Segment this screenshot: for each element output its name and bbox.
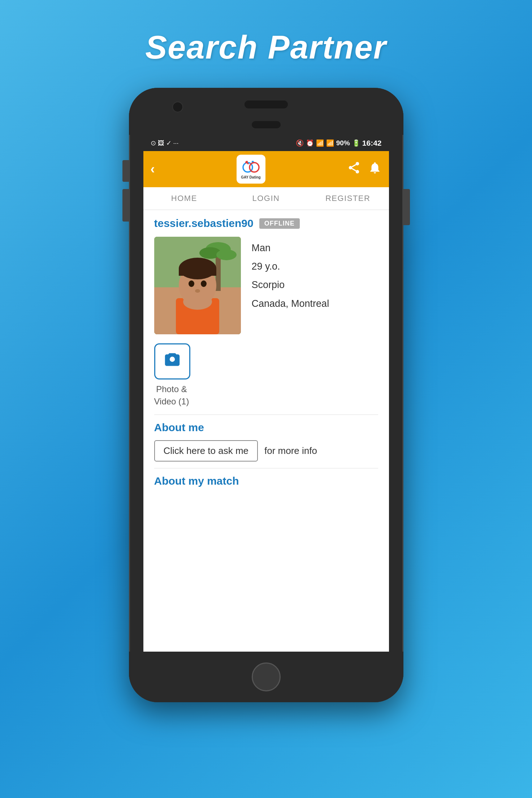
battery-level: 90% [336,139,350,147]
svg-point-26 [183,294,212,310]
person-portrait [154,237,241,334]
logo-svg [241,159,261,175]
profile-zodiac: Scorpio [252,277,329,293]
status-notification-icons: ⊙ 🖼 ✓ ··· [151,139,179,147]
profile-photo [154,237,241,334]
svg-point-4 [250,163,259,172]
svg-point-25 [195,289,200,293]
profile-username-row: tessier.sebastien90 OFFLINE [154,217,378,229]
divider-1 [154,415,378,415]
status-left-icons: ⊙ 🖼 ✓ ··· [151,139,179,147]
profile-gender: Man [252,240,329,256]
battery-icon: 🔋 [352,139,360,147]
earpiece-speaker [245,100,288,108]
svg-rect-22 [179,269,216,276]
profile-photo-img [154,237,241,334]
phone-screen: ⊙ 🖼 ✓ ··· 🔇 ⏰ 📶 📶 90% 🔋 16:42 ‹ [143,135,389,652]
media-section: Photo &Video (1) [154,343,378,407]
profile-info: Man 29 y.o. Scorpio Canada, Montreal [252,237,329,334]
app-header: ‹ GAY Dating [143,151,389,187]
svg-point-9 [349,166,352,170]
wifi-icon: 📶 [316,139,324,147]
power-button[interactable] [403,189,410,225]
camera-icon [163,349,182,373]
front-camera [172,102,183,112]
side-button-right [403,189,410,225]
clock: 16:42 [362,139,382,147]
profile-username: tessier.sebastien90 [154,217,254,229]
share-icon[interactable] [347,161,361,178]
profile-content: tessier.sebastien90 OFFLINE [143,210,389,652]
divider-2 [154,468,378,468]
media-label: Photo &Video (1) [154,383,189,407]
offline-badge: OFFLINE [259,218,300,229]
svg-point-24 [201,280,207,287]
logo-text: GAY Dating [241,175,260,179]
ask-me-suffix: for more info [264,445,317,456]
status-bar: ⊙ 🖼 ✓ ··· 🔇 ⏰ 📶 📶 90% 🔋 16:42 [143,135,389,151]
phone-top-bezel [129,88,403,135]
svg-point-23 [189,280,194,287]
signal-icon: 📶 [326,139,334,147]
about-match-title: About my match [154,475,378,487]
svg-point-18 [216,249,237,260]
svg-point-8 [355,162,359,166]
page-title: Search Partner [145,29,386,66]
volume-up-button[interactable] [122,160,129,182]
app-logo: GAY Dating [237,155,265,184]
svg-point-10 [355,170,359,173]
profile-age: 29 y.o. [252,259,329,274]
ask-me-row: Click here to ask me for more info [154,440,378,462]
status-right-info: 🔇 ⏰ 📶 📶 90% 🔋 16:42 [296,139,382,147]
phone-notch [252,121,281,128]
side-buttons-left [122,160,129,222]
ask-me-button[interactable]: Click here to ask me [154,440,258,462]
tab-home[interactable]: HOME [143,187,225,210]
alarm-icon: ⏰ [306,139,314,147]
tab-login[interactable]: LOGIN [225,187,307,210]
header-action-icons [347,161,382,178]
back-button[interactable]: ‹ [151,162,155,177]
about-match-section: About my match [154,475,378,487]
profile-location: Canada, Montreal [252,296,329,312]
phone-shell: ⊙ 🖼 ✓ ··· 🔇 ⏰ 📶 📶 90% 🔋 16:42 ‹ [129,88,403,702]
profile-main: Man 29 y.o. Scorpio Canada, Montreal [154,237,378,334]
svg-line-11 [352,168,356,171]
nav-tabs: HOME LOGIN REGISTER [143,187,389,210]
bell-icon[interactable] [368,161,382,178]
svg-line-12 [352,164,356,167]
about-me-title: About me [154,421,378,434]
volume-down-button[interactable] [122,189,129,222]
mute-icon: 🔇 [296,139,304,147]
home-button[interactable] [252,662,281,691]
tab-register[interactable]: REGISTER [307,187,389,210]
phone-bottom-bezel [129,652,403,702]
about-me-section: About me Click here to ask me for more i… [154,421,378,462]
media-icon-box[interactable] [154,343,190,379]
